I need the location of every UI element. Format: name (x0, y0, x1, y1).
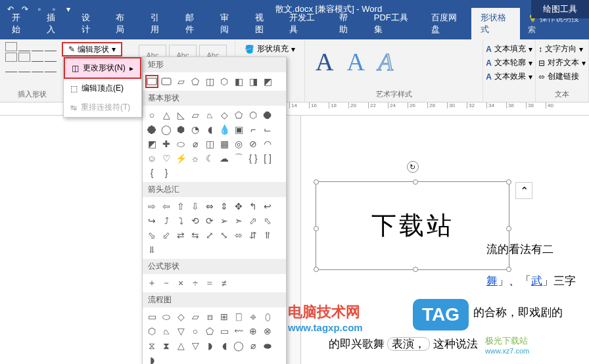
shape-preview[interactable] (32, 42, 43, 51)
shape-pentagon[interactable]: ⬠ (232, 108, 245, 122)
shape-offpage[interactable]: ⬠ (203, 325, 216, 338)
shape-oval[interactable]: ○ (145, 108, 158, 122)
shape-arrow[interactable]: ⤴ (160, 214, 173, 227)
shape-process[interactable]: ▭ (145, 310, 158, 323)
shape-item[interactable]: ⬠ (189, 75, 202, 88)
tab-pdf-tools[interactable]: PDF工具集 (365, 8, 421, 39)
shape-equals[interactable]: ＝ (203, 277, 216, 290)
shape-arrow-updown[interactable]: ⇕ (218, 200, 231, 213)
shape-connector[interactable]: ○ (189, 325, 202, 338)
shape-sort[interactable]: ⧗ (160, 339, 173, 352)
wordart-style[interactable]: A (346, 47, 364, 76)
wordart-style[interactable]: A (316, 47, 333, 76)
shape-brace[interactable]: } (160, 166, 173, 179)
shape-collate[interactable]: ⧖ (145, 339, 158, 352)
shape-alt-process[interactable]: ⬭ (160, 310, 173, 323)
shape-arrow[interactable]: ⥥ (145, 243, 158, 256)
shape-arrow-right[interactable]: ⇨ (145, 200, 158, 213)
resize-handle-tm[interactable] (413, 179, 418, 185)
shape-arrow[interactable]: ➣ (232, 214, 245, 227)
shape-teardrop[interactable]: 💧 (218, 123, 231, 136)
tab-baidu-disk[interactable]: 百度网盘 (422, 8, 471, 39)
shape-preview[interactable] (5, 53, 17, 62)
shape-multiply[interactable]: × (174, 277, 187, 290)
resize-handle-bm[interactable] (413, 267, 418, 272)
doc-link[interactable]: 武 (531, 275, 542, 287)
shape-arrow-down[interactable]: ⇩ (189, 200, 202, 213)
shape-l-shape[interactable]: ⌙ (261, 123, 274, 136)
tab-start[interactable]: 开始 (3, 8, 36, 39)
shape-merge[interactable]: ▽ (189, 339, 202, 352)
shape-block-arc[interactable]: ◠ (261, 137, 274, 150)
shapes-gallery[interactable] (5, 42, 59, 72)
shape-arrow[interactable]: ↪ (145, 214, 158, 227)
shape-arrow[interactable]: ⇆ (189, 229, 202, 242)
shape-manual-input[interactable]: ⏢ (160, 325, 173, 338)
shape-bracket[interactable]: { } (247, 152, 260, 165)
shape-arrow-bent[interactable]: ↰ (247, 200, 260, 213)
shape-heptagon[interactable]: ⯃ (261, 108, 274, 122)
resize-handle-ml[interactable] (314, 226, 319, 231)
shape-magnetic-disk[interactable]: ⌀ (247, 339, 260, 352)
shape-cloud[interactable]: ☁ (218, 152, 231, 165)
tab-insert[interactable]: 插入 (37, 8, 71, 39)
shape-triangle[interactable]: △ (160, 108, 173, 122)
shape-arrow[interactable]: ⤵ (174, 214, 187, 227)
shape-arrow[interactable]: ⬀ (247, 214, 260, 227)
edit-points-menu-item[interactable]: ⬚ 编辑顶点(E) (64, 79, 141, 98)
shape-preview[interactable] (32, 53, 43, 62)
shape-arrow-quad[interactable]: ✥ (232, 200, 245, 213)
shape-minus[interactable]: － (160, 277, 173, 290)
shape-bevel[interactable]: ▦ (218, 137, 231, 150)
shape-parallelogram[interactable]: ▱ (189, 108, 202, 122)
shape-arrow[interactable]: ⇄ (174, 229, 187, 242)
shape-brace[interactable]: { (145, 166, 158, 179)
shape-not-equal[interactable]: ≠ (218, 277, 231, 290)
shape-preview[interactable] (32, 63, 43, 72)
shape-manual-op[interactable]: ▽ (174, 325, 187, 338)
shape-arrow[interactable]: ➢ (218, 214, 231, 227)
shape-stored-data[interactable]: ◗ (203, 339, 216, 352)
shape-frame[interactable]: ▣ (232, 123, 245, 136)
shape-arrow-uturn[interactable]: ↩ (261, 200, 274, 213)
tab-shape-format[interactable]: 形状格式 (471, 8, 520, 39)
shape-predefined[interactable]: ⧈ (203, 310, 216, 323)
shape-pie[interactable]: ◔ (189, 123, 202, 136)
shape-arrow[interactable]: ⬃ (160, 229, 173, 242)
shape-arrow[interactable]: ⬂ (145, 229, 158, 242)
shape-arrow[interactable]: ⬁ (261, 214, 274, 227)
shape-arrow[interactable]: ⟳ (203, 214, 216, 227)
shape-cube[interactable]: ◫ (203, 137, 216, 150)
shape-tape[interactable]: ⬳ (232, 325, 245, 338)
drawing-tools-tab[interactable]: 绘图工具 (531, 0, 589, 18)
shape-preview[interactable] (18, 42, 30, 51)
shape-item[interactable]: ◩ (261, 75, 274, 88)
shape-sun[interactable]: ☼ (189, 152, 202, 165)
wordart-style[interactable]: A (378, 47, 393, 76)
layout-options-icon[interactable]: ⌃ (515, 182, 532, 199)
shape-card[interactable]: ▭ (218, 325, 231, 338)
shape-donut[interactable]: ◎ (232, 137, 245, 150)
create-link-button[interactable]: ⬄ 创建链接 (538, 70, 586, 83)
shape-multidoc[interactable]: ⎆ (247, 310, 260, 323)
shape-summing[interactable]: ⊕ (247, 325, 260, 338)
shape-cross[interactable]: ✚ (160, 137, 173, 150)
shape-or[interactable]: ⊗ (261, 325, 274, 338)
shape-arrow[interactable]: ⬄ (232, 229, 245, 242)
resize-handle-bl[interactable] (314, 267, 319, 272)
tab-help[interactable]: 帮助 (330, 8, 364, 39)
shape-preview[interactable] (45, 42, 57, 51)
shape-arrow[interactable]: ⤡ (218, 229, 231, 242)
shape-extract[interactable]: △ (174, 339, 187, 352)
shape-plaque[interactable]: ⬭ (174, 137, 187, 150)
shape-can[interactable]: ⌀ (189, 137, 202, 150)
shape-item[interactable]: ◫ (203, 75, 216, 88)
tab-developer[interactable]: 开发工具 (280, 8, 329, 39)
resize-handle-br[interactable] (506, 267, 511, 272)
shape-document[interactable]: ⎕ (232, 310, 245, 323)
align-text-button[interactable]: ⊟ 对齐文本 ▾ (538, 56, 586, 70)
shape-preparation[interactable]: ⬡ (145, 325, 158, 338)
shape-preview[interactable] (18, 53, 30, 62)
doc-link[interactable]: 舞 (486, 275, 498, 287)
shape-arrow[interactable]: ⟲ (189, 214, 202, 227)
